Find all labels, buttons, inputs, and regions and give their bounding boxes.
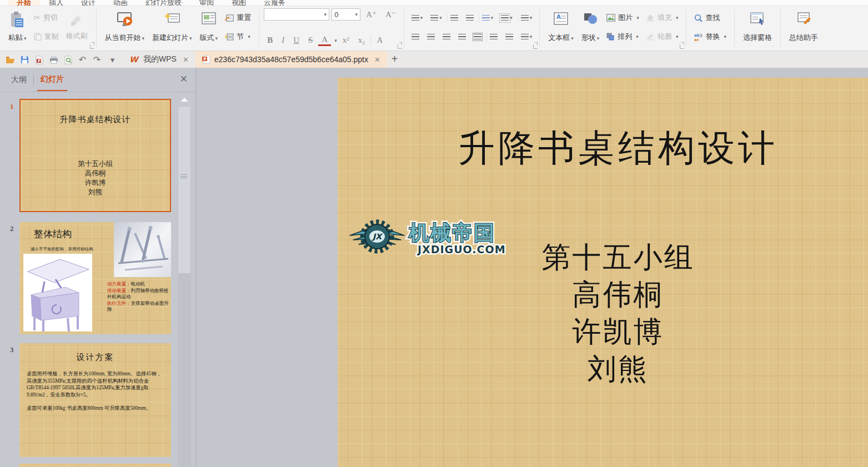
reset-slide-button[interactable]: 重置: [222, 11, 254, 24]
justify-button[interactable]: [455, 32, 469, 42]
dropdown-arrow-icon: ▾: [676, 15, 679, 21]
paste-button[interactable]: 粘贴▾: [4, 9, 31, 45]
superscript-button[interactable]: x²: [339, 35, 353, 46]
subscript-button[interactable]: x₂: [355, 35, 369, 46]
slide-2-thumbnail[interactable]: 整体结构 减小不平衡的影响，采用对称结构: [19, 222, 171, 334]
decrease-indent-icon: [450, 15, 458, 21]
thumb-2-title: 整体结构: [34, 228, 72, 240]
paragraph-settings-button[interactable]: ▾: [518, 32, 535, 42]
undo-icon[interactable]: ↶: [78, 55, 87, 64]
format-painter-button[interactable]: 格式刷: [62, 11, 92, 43]
line-spacing-button[interactable]: [486, 32, 500, 42]
dropdown-arrow-icon: ▾: [636, 15, 639, 21]
font-color-button[interactable]: A: [318, 34, 331, 46]
tab-cloud[interactable]: 云服务: [255, 0, 294, 6]
tab-design[interactable]: 设计: [72, 0, 104, 6]
section-button[interactable]: 节▾: [222, 30, 254, 43]
summary-assistant-button[interactable]: 总结助手: [785, 9, 822, 45]
panel-scrollbar[interactable]: [178, 93, 191, 466]
export-pdf-icon[interactable]: P: [34, 55, 44, 64]
scrollbar-thumb[interactable]: [178, 107, 190, 273]
print-icon[interactable]: [49, 55, 58, 64]
play-from-current-button[interactable]: 从当前开始▾: [101, 9, 149, 45]
redo-icon[interactable]: ↷: [92, 55, 102, 64]
distribute-icon: [474, 34, 481, 40]
font-size-combobox[interactable]: 0▾: [332, 8, 360, 21]
arrange-button[interactable]: 排列▾: [603, 30, 643, 43]
dropdown-arrow-icon: ▾: [334, 38, 337, 43]
align-left-button[interactable]: [409, 32, 422, 42]
new-tab-button[interactable]: +: [387, 53, 405, 68]
tab-slideshow[interactable]: 幻灯片放映: [137, 0, 190, 6]
grow-font-button[interactable]: A⁺: [363, 9, 380, 20]
cut-button[interactable]: ✂剪切: [31, 11, 62, 24]
distribute-button[interactable]: [471, 32, 484, 42]
close-panel-icon[interactable]: ✕: [180, 73, 188, 85]
shapes-button[interactable]: 形状▾: [578, 9, 604, 45]
document-tab-active[interactable]: P e236c7943d35a48c57e59d5b6ce64a05.pptx …: [195, 51, 387, 68]
text-box-button[interactable]: A 文本框▾: [544, 9, 578, 45]
tab-review[interactable]: 审阅: [190, 0, 223, 6]
bold-button[interactable]: B: [264, 35, 276, 46]
text-direction-button[interactable]: ▾: [479, 13, 496, 23]
outline-tab[interactable]: 大纲: [8, 69, 30, 91]
print-preview-icon[interactable]: [63, 55, 73, 64]
svg-text:ab: ab: [694, 33, 700, 38]
slide-names-text[interactable]: 第十五小组 高伟桐 许凯博 刘熊: [338, 239, 868, 388]
find-button[interactable]: 查找: [691, 11, 730, 24]
strikethrough-button[interactable]: S: [305, 35, 316, 46]
selection-pane-button[interactable]: 选择窗格: [739, 9, 776, 45]
customize-toolbar-arrow-icon[interactable]: ▾: [108, 55, 117, 64]
shrink-font-button[interactable]: A⁻: [382, 9, 399, 20]
home-tab-wps[interactable]: W 我的WPS ✕: [123, 51, 195, 68]
font-name-combobox[interactable]: ▾: [264, 8, 329, 21]
decrease-indent-button[interactable]: [447, 13, 461, 23]
close-tab-icon[interactable]: ✕: [374, 56, 380, 64]
align-right-button[interactable]: [440, 32, 453, 42]
logo-cn-text: 机械帝国: [408, 221, 495, 245]
clipboard-dialog-launcher[interactable]: [90, 44, 94, 49]
tab-insert[interactable]: 插入: [40, 0, 72, 6]
increase-indent-button[interactable]: [463, 13, 476, 23]
scroll-up-arrow[interactable]: [178, 93, 191, 106]
text-box-border-button[interactable]: ▾: [498, 13, 515, 23]
slide-layout-button[interactable]: 版式▾: [196, 9, 222, 45]
current-slide[interactable]: 升降书桌结构设计 JX: [338, 78, 868, 467]
paragraph-dialog-launcher[interactable]: [533, 44, 538, 49]
tab-view[interactable]: 视图: [223, 0, 255, 6]
thumb-2-text: 动力装置：电动机 传动装置：利用轴带动曲柄摇杆机构运动 执行元件：支撑架带动桌面…: [107, 281, 169, 313]
slide-1-thumbnail[interactable]: 升降书桌结构设计 第十五小组 高伟桐 许凯博 刘熊: [19, 99, 171, 212]
text-box-icon: A: [553, 12, 569, 26]
bullets-button[interactable]: ▾: [409, 13, 426, 23]
replace-button[interactable]: ab ac 替换▾: [691, 30, 730, 43]
slides-tab[interactable]: 幻灯片: [37, 69, 67, 91]
fill-button[interactable]: 填充▾: [643, 11, 682, 24]
quick-access-toolbar: P ↶ ↷ ▾: [0, 55, 123, 68]
picture-button[interactable]: 图片▾: [603, 11, 643, 24]
thumb-3-body: 桌面用纤维板，长方形长为100mm, 宽为80mm。选择45钢，其强度为355M…: [27, 370, 164, 412]
copy-button[interactable]: 复制: [31, 30, 62, 43]
slide-3-thumbnail[interactable]: 设计方案 桌面用纤维板，长方形长为100mm, 宽为80mm。选择45钢，其强度…: [19, 343, 171, 457]
save-icon[interactable]: [20, 55, 29, 64]
font-dialog-launcher[interactable]: [398, 44, 402, 49]
character-spacing-button[interactable]: ▾: [518, 13, 535, 23]
tab-home[interactable]: 开始: [8, 0, 40, 6]
slide-4-thumbnail-partial[interactable]: [19, 464, 171, 467]
open-folder-icon[interactable]: [6, 55, 15, 64]
align-center-button[interactable]: [424, 32, 438, 42]
italic-button[interactable]: I: [278, 35, 288, 46]
underline-button[interactable]: U: [290, 35, 303, 46]
pptx-file-icon: P: [202, 55, 210, 64]
clear-format-button[interactable]: A: [370, 35, 386, 46]
drawing-dialog-launcher[interactable]: [680, 44, 684, 49]
thumb-1-title: 升降书桌结构设计: [21, 114, 170, 125]
close-tab-icon[interactable]: ✕: [183, 56, 189, 64]
find-icon: [694, 14, 703, 22]
document-tab-bar: P ↶ ↷ ▾ W 我的WPS ✕ P e236c7943: [0, 51, 868, 68]
slide-title-text[interactable]: 升降书桌结构设计: [338, 123, 868, 173]
new-slide-button[interactable]: 新建幻灯片▾: [148, 9, 196, 45]
numbering-button[interactable]: ▾: [428, 13, 445, 23]
paragraph-spacing-button[interactable]: [503, 32, 516, 42]
outline-button[interactable]: 轮廓▾: [643, 30, 682, 43]
tab-animation[interactable]: 动画: [104, 0, 137, 6]
